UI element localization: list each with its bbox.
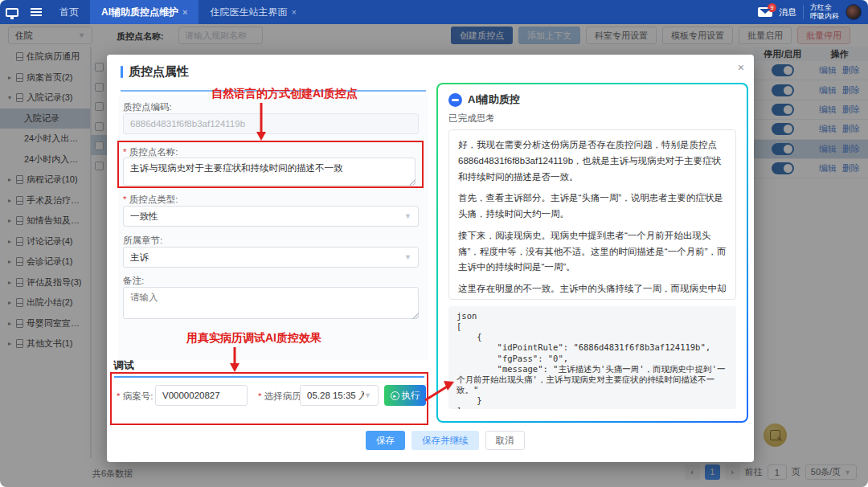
record-select[interactable]: 05.28 15:35 入院记录 (浏▼ — [300, 385, 379, 406]
dialog-title: 质控点属性 — [121, 64, 189, 80]
form-panel — [118, 95, 428, 360]
remark-textarea[interactable] — [123, 287, 419, 319]
annotation-create-text: 自然语言的方式创建AI质控点 — [211, 87, 358, 101]
chapter-select[interactable]: 主诉▼ — [123, 247, 419, 268]
chapter-label: 所属章节: — [123, 235, 162, 247]
name-label: 质控点名称: — [123, 146, 178, 158]
case-number-label: 病案号: — [117, 391, 153, 403]
ai-panel-title: AI辅助质控 — [468, 92, 520, 107]
ai-thinking-status: 已完成思考 — [448, 113, 736, 125]
case-number-input[interactable] — [155, 385, 248, 406]
user-name: 方红全 — [810, 3, 832, 11]
top-navbar: 首页 AI辅助质控点维护× 住院医生站主界面× 9 消息 方红全 呼吸内科 — [0, 0, 868, 24]
annotation-debug-text: 用真实病历调试AI质控效果 — [186, 331, 321, 346]
avatar[interactable] — [845, 4, 862, 20]
type-select[interactable]: 一致性▼ — [123, 206, 419, 227]
close-tab-icon[interactable]: × — [182, 7, 187, 17]
ai-result-json: json [ { "idPointRule": "6886d4831f6f8b3… — [448, 306, 736, 409]
play-icon: ▸ — [391, 391, 399, 400]
close-icon[interactable]: × — [738, 61, 744, 74]
ai-panel: AI辅助质控 已完成思考 好，我现在需要分析这份病历是否存在质控问题，特别是质控… — [436, 83, 748, 423]
debug-section-title: 调试 — [113, 358, 134, 373]
tab-ai-qc-maintenance[interactable]: AI辅助质控点维护× — [90, 0, 199, 24]
divider — [803, 5, 804, 19]
code-label: 质控点编码: — [123, 101, 172, 113]
remark-label: 备注: — [123, 275, 144, 287]
user-department: 呼吸内科 — [810, 12, 839, 20]
select-record-label: 选择病历: — [258, 391, 304, 403]
app-window: 首页 AI辅助质控点维护× 住院医生站主界面× 9 消息 方红全 呼吸内科 住院… — [0, 0, 868, 487]
cancel-button[interactable]: 取消 — [485, 431, 525, 450]
debug-divider — [114, 376, 424, 378]
ai-thinking-block: 好，我现在需要分析这份病历是否存在质控问题，特别是质控点6886d4831f6f… — [448, 129, 736, 300]
save-continue-button[interactable]: 保存并继续 — [411, 431, 479, 450]
message-badge: 9 — [768, 3, 776, 12]
tab-home[interactable]: 首页 — [48, 0, 90, 24]
save-button[interactable]: 保存 — [366, 431, 405, 450]
qc-point-dialog: × 质控点属性 质控点编码: 质控点名称: 主诉与现病史对于主要症状和持续时间的… — [107, 55, 754, 462]
ai-paragraph: 接下来，阅读现病史。现病史中提到患者“一个月前开始出现头痛”，程度中等，没有其他… — [458, 228, 727, 276]
execute-button[interactable]: ▸执行 — [384, 385, 426, 406]
chevron-down-icon: ▼ — [404, 212, 411, 220]
menu-icon[interactable] — [24, 0, 48, 24]
user-info[interactable]: 方红全 呼吸内科 — [810, 3, 839, 21]
chevron-down-icon: ▼ — [404, 253, 411, 261]
tab-inpatient-doctor-station[interactable]: 住院医生站主界面× — [199, 0, 307, 24]
resize-grip-icon[interactable] — [412, 313, 419, 319]
message-icon[interactable]: 9 — [758, 7, 772, 17]
resize-grip-icon[interactable] — [409, 179, 416, 186]
messages-label[interactable]: 消息 — [779, 6, 796, 18]
type-label: 质控点类型: — [123, 194, 178, 206]
desktop-icon[interactable] — [0, 0, 24, 24]
ai-paragraph: 这里存在明显的不一致。主诉中的头痛持续了一周，而现病史中却说头痛已经一个月了。这… — [458, 281, 727, 300]
chevron-down-icon: ▼ — [364, 391, 371, 399]
ai-paragraph: 首先，查看主诉部分。主诉是“头痛一周”，说明患者主要的症状是头痛，持续时间大约一… — [458, 190, 727, 223]
close-tab-icon[interactable]: × — [291, 7, 296, 17]
code-input — [123, 113, 419, 134]
ai-paragraph: 好，我现在需要分析这份病历是否存在质控问题，特别是质控点6886d4831f6f… — [458, 137, 727, 185]
name-textarea[interactable]: 主诉与现病史对于主要症状和持续时间的描述不一致 — [123, 158, 416, 186]
ai-assistant-icon — [448, 93, 462, 107]
